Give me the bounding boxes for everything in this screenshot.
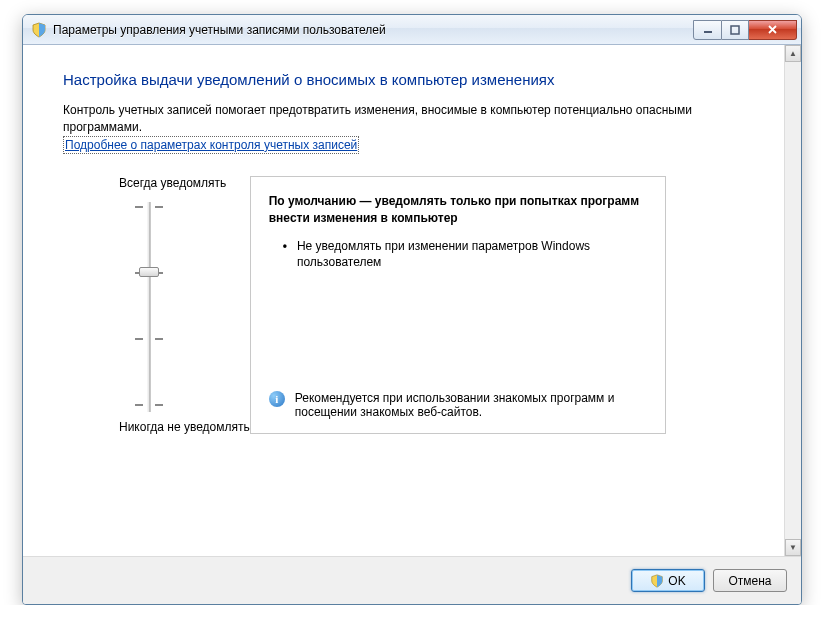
slider-tick: [135, 206, 163, 208]
window-title: Параметры управления учетными записями п…: [53, 23, 693, 37]
scroll-track[interactable]: [785, 62, 801, 539]
slider-bottom-label: Никогда не уведомлять: [119, 420, 250, 434]
bullet-icon: •: [283, 238, 287, 270]
cancel-label: Отмена: [728, 574, 771, 588]
vertical-scrollbar[interactable]: ▲ ▼: [784, 45, 801, 556]
svg-rect-1: [731, 26, 739, 34]
close-button[interactable]: [749, 20, 797, 40]
ok-label: OK: [668, 574, 685, 588]
ok-button[interactable]: OK: [631, 569, 705, 592]
slider-tick: [135, 338, 163, 340]
shield-icon: [31, 22, 47, 38]
shield-icon: [650, 574, 664, 588]
info-title: По умолчанию — уведомлять только при поп…: [269, 193, 649, 225]
minimize-button[interactable]: [693, 20, 722, 40]
svg-rect-0: [704, 31, 712, 33]
uac-slider[interactable]: [134, 202, 164, 412]
description-text: Контроль учетных записей помогает предот…: [63, 102, 713, 154]
scroll-down-button[interactable]: ▼: [785, 539, 801, 556]
content: Настройка выдачи уведомлений о вносимых …: [23, 45, 784, 556]
info-panel: По умолчанию — уведомлять только при поп…: [250, 176, 666, 434]
page-heading: Настройка выдачи уведомлений о вносимых …: [63, 71, 764, 88]
slider-thumb[interactable]: [139, 267, 159, 277]
slider-tick: [135, 404, 163, 406]
learn-more-link[interactable]: Подробнее о параметрах контроля учетных …: [63, 136, 359, 155]
uac-settings-window: Параметры управления учетными записями п…: [22, 14, 802, 605]
scroll-up-button[interactable]: ▲: [785, 45, 801, 62]
slider-area: Всегда уведомлять Никогда не уведомлять: [79, 176, 764, 434]
recommendation-row: i Рекомендуется при использовании знаком…: [269, 391, 649, 419]
slider-track: [148, 202, 151, 412]
cancel-button[interactable]: Отмена: [713, 569, 787, 592]
slider-top-label: Всегда уведомлять: [119, 176, 250, 190]
bullet-text: Не уведомлять при изменении параметров W…: [297, 238, 649, 270]
client-area: Настройка выдачи уведомлений о вносимых …: [23, 45, 801, 556]
window-controls: [693, 20, 797, 40]
titlebar[interactable]: Параметры управления учетными записями п…: [23, 15, 801, 45]
info-icon: i: [269, 391, 285, 407]
description-body: Контроль учетных записей помогает предот…: [63, 103, 692, 134]
info-bullet: • Не уведомлять при изменении параметров…: [283, 238, 649, 270]
maximize-button[interactable]: [722, 20, 749, 40]
recommendation-text: Рекомендуется при использовании знакомых…: [295, 391, 649, 419]
footer: OK Отмена: [23, 556, 801, 604]
